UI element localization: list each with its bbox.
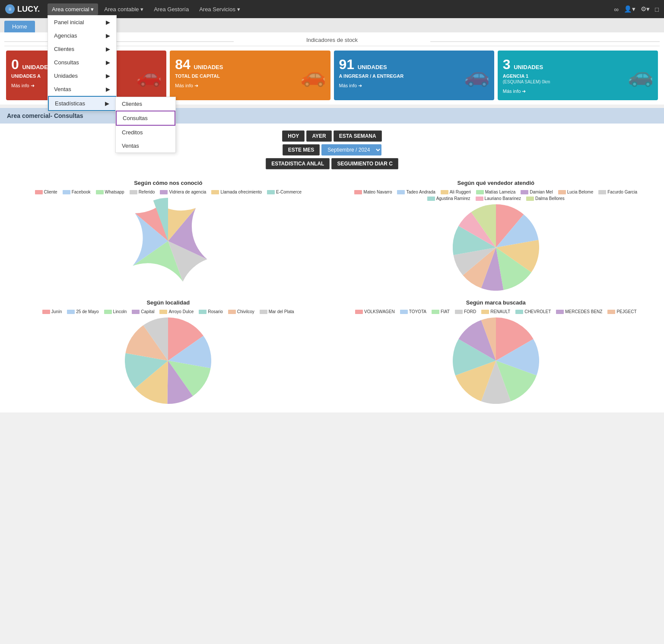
indicator-number-1: 84 <box>175 57 191 73</box>
indicator-unit-2: UNIDADES <box>358 64 387 70</box>
navbar: ≡ LUCY. Area comercial ▾ Panel inicial ▶… <box>0 0 664 18</box>
submenu-creditos[interactable]: Creditos <box>116 126 175 139</box>
legend-item: Facebook <box>63 190 91 194</box>
brand-logo: ≡ LUCY. <box>5 4 40 14</box>
legend-item: Chivilcoy <box>228 309 254 314</box>
chart-marca: Según marca buscada VOLKSWAGEN TOYOTA FI… <box>337 299 656 404</box>
filter-section: HOY AYER ESTA SEMANA ESTE MES Septiembre… <box>0 124 664 175</box>
menu-unidades[interactable]: Unidades ▶ <box>48 69 116 82</box>
legend-item: E-Commerce <box>267 190 302 194</box>
legend-item: Vidriera de agencia <box>160 190 206 194</box>
legend-item: Capital <box>132 309 154 314</box>
brand-name: LUCY. <box>17 5 40 14</box>
logo-icon: ≡ <box>5 4 15 14</box>
submenu-clientes[interactable]: Clientes <box>116 97 175 111</box>
menu-clientes[interactable]: Clientes ▶ <box>48 42 116 56</box>
nav-items: Area comercial ▾ Panel inicial ▶ Agencia… <box>48 3 614 15</box>
car-icon-1: 🚗 <box>300 63 326 88</box>
tab-home[interactable]: Home <box>4 21 35 32</box>
chart2-legend: Mateo Navarro Tadeo Andrada Ali Ruggeri … <box>337 190 656 201</box>
indicator-number-3: 3 <box>503 57 511 73</box>
chart-vendedor: Según qué vendedor atendió Mateo Navarro… <box>337 180 656 291</box>
filter-row-3: ESTADISTICA ANLAL SEGUIMIENTO DIAR C <box>0 158 664 169</box>
legend-item: Arroyo Dulce <box>159 309 194 314</box>
indicator-unit-3: UNIDADES <box>514 64 543 70</box>
legend-item: Dalma Bellores <box>526 196 565 201</box>
indicator-unit-1: UNIDADES <box>194 64 223 70</box>
legend-item: Tadeo Andrada <box>397 190 435 194</box>
submenu-consultas[interactable]: Consultas <box>116 111 175 126</box>
chart4-title: Según marca buscada <box>466 299 526 306</box>
indicator-number-0: 0 <box>11 57 19 73</box>
legend-item: Junín <box>42 309 62 314</box>
legend-item: Referido <box>130 190 155 194</box>
legend-item: Matías Lameiza <box>476 190 516 194</box>
chart2-svg <box>453 204 539 291</box>
menu-estadisticas[interactable]: Estadísticas ▶ Clientes Consultas Credit… <box>48 96 116 111</box>
window-icon[interactable]: □ <box>655 6 659 13</box>
legend-item: Mateo Navarro <box>354 190 392 194</box>
filter-esta-semana[interactable]: ESTA SEMANA <box>334 130 382 142</box>
indicator-card-1: 84 UNIDADES TOTAL DE CAPITAL 🚗 Más info <box>170 51 330 100</box>
menu-consultas[interactable]: Consultas ▶ <box>48 56 116 69</box>
indicator-card-3: 3 UNIDADES AGENCIA 1 (ESQUINA SALEM) 0km… <box>498 51 658 100</box>
filter-hoy[interactable]: HOY <box>282 130 305 142</box>
mas-info-btn-3[interactable]: Más info <box>503 89 526 94</box>
menu-agencias[interactable]: Agencias ▶ <box>48 29 116 42</box>
car-icon-3: 🚗 <box>628 63 654 88</box>
user-icon[interactable]: 👤▾ <box>624 5 635 13</box>
legend-item: TOYOTA <box>400 309 426 314</box>
legend-item: MERCEDES BENZ <box>556 309 602 314</box>
mas-info-btn-1[interactable]: Más info <box>175 83 198 89</box>
nav-area-contable[interactable]: Area contable ▾ <box>100 3 148 15</box>
legend-item: Agustina Ramirez <box>427 196 470 201</box>
car-icon-0: 🚗 <box>136 63 162 88</box>
submenu-ventas[interactable]: Ventas <box>116 139 175 152</box>
mas-info-btn-0[interactable]: Más info <box>11 83 35 89</box>
legend-item: Lauriano Bararinez <box>476 196 521 201</box>
filter-row-1: HOY AYER ESTA SEMANA <box>0 130 664 142</box>
legend-item: FORD <box>455 309 476 314</box>
legend-item: Whatsapp <box>96 190 124 194</box>
filter-ayer[interactable]: AYER <box>306 130 331 142</box>
indicator-number-2: 91 <box>339 57 355 73</box>
chart1-legend: Cliente Facebook Whatsapp Referido Vidri… <box>35 190 302 194</box>
chart-localidad: Según localidad Junín 25 de Mayo Lincoln… <box>9 299 328 404</box>
legend-item: Llamada ofrecimiento <box>211 190 262 194</box>
nav-area-servicios[interactable]: Area Servicios ▾ <box>195 3 244 15</box>
chart4-legend: VOLKSWAGEN TOYOTA FIAT FORD RENAULT CHEV… <box>355 309 637 314</box>
legend-item: 25 de Mayo <box>67 309 98 314</box>
nav-area-comercial[interactable]: Area comercial ▾ Panel inicial ▶ Agencia… <box>48 3 98 15</box>
mas-info-btn-2[interactable]: Más info <box>339 83 362 89</box>
chart-como-conocio: Según cómo nos conoció Cliente Facebook … <box>9 180 328 291</box>
infinity-icon[interactable]: ∞ <box>614 6 619 13</box>
legend-item: Rosario <box>199 309 222 314</box>
chart3-legend: Junín 25 de Mayo Lincoln Capital Arroyo … <box>42 309 294 314</box>
legend-item: FIAT <box>432 309 450 314</box>
legend-item: CHEVROLET <box>515 309 551 314</box>
legend-item: Ali Ruggeri <box>441 190 471 194</box>
chart3-title: Según localidad <box>146 299 190 306</box>
chart4-svg <box>453 317 539 404</box>
nav-right: ∞ 👤▾ ⚙▾ □ <box>614 5 659 13</box>
filter-month-select[interactable]: Septiembre / 2024 <box>321 144 381 155</box>
menu-panel-inicial[interactable]: Panel inicial ▶ <box>48 16 116 29</box>
nav-area-gestoria[interactable]: Area Gestoría <box>149 3 193 15</box>
legend-item: PEJGECT <box>607 309 636 314</box>
charts-section: Según cómo nos conoció Cliente Facebook … <box>0 175 664 412</box>
estadisticas-submenu: Clientes Consultas Creditos Ventas <box>115 97 176 153</box>
legend-item: Lincoln <box>104 309 127 314</box>
settings-icon[interactable]: ⚙▾ <box>641 5 650 13</box>
legend-item: Mar del Plata <box>260 309 294 314</box>
chart3-svg <box>125 317 211 404</box>
legend-item: Facurdo Garcia <box>598 190 637 194</box>
filter-seguimiento[interactable]: SEGUIMIENTO DIAR C <box>331 158 398 169</box>
menu-ventas[interactable]: Ventas ▶ <box>48 82 116 96</box>
indicator-card-2: 91 UNIDADES A INGRESAR / A ENTREGAR 🚗 Má… <box>334 51 494 100</box>
chart2-title: Según qué vendedor atendió <box>457 180 534 186</box>
legend-item: Cliente <box>35 190 57 194</box>
area-comercial-dropdown: Panel inicial ▶ Agencias ▶ Clientes ▶ Co… <box>48 15 117 111</box>
filter-estadistica-anlal[interactable]: ESTADISTICA ANLAL <box>266 158 330 169</box>
legend-item: Damian Mel <box>521 190 553 194</box>
filter-este-mes[interactable]: ESTE MES <box>283 144 320 155</box>
